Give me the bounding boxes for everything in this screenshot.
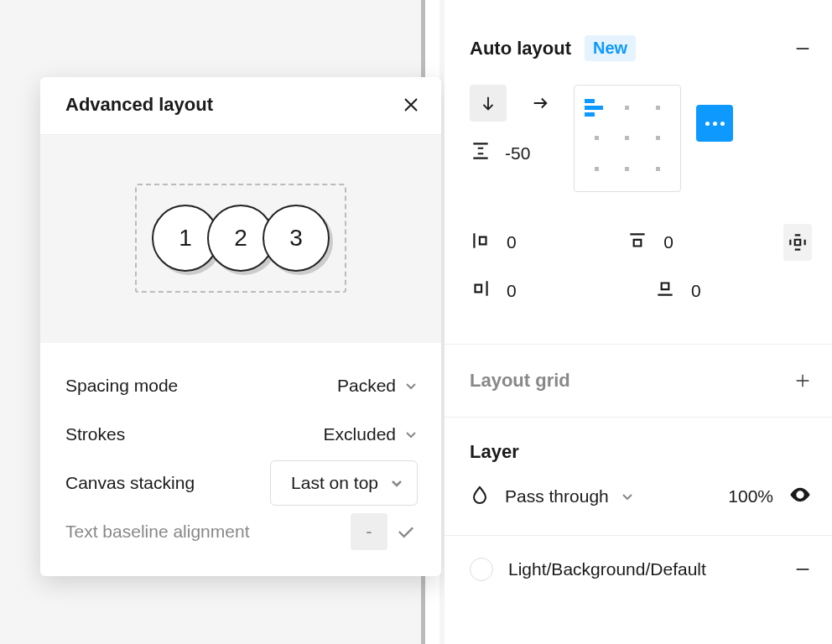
padding-top-field[interactable]: 0 <box>627 230 716 256</box>
remove-autolayout-button[interactable] <box>793 39 812 58</box>
canvas-stacking-row: Canvas stacking Last on top <box>65 459 418 507</box>
opacity-value[interactable]: 100% <box>728 486 773 506</box>
align-top-left-active <box>581 92 612 123</box>
canvas-stacking-value: Last on top <box>291 473 378 493</box>
fill-section: Light/Background/Default <box>445 536 832 606</box>
independent-padding-button[interactable] <box>783 224 812 261</box>
fill-style-name[interactable]: Light/Background/Default <box>508 559 706 579</box>
padding-bottom-value: 0 <box>691 281 701 301</box>
align-dot[interactable] <box>595 136 599 140</box>
detach-style-button[interactable] <box>793 560 812 579</box>
settings-list: Spacing mode Packed Strokes Excluded Can… <box>40 343 441 576</box>
baseline-label: Text baseline alignment <box>65 522 249 542</box>
padding-block: 0 0 0 0 <box>445 214 832 344</box>
strokes-label: Strokes <box>65 424 125 444</box>
canvas-stacking-label: Canvas stacking <box>65 473 195 493</box>
padding-right-field[interactable]: 0 <box>470 278 587 304</box>
align-dot[interactable] <box>625 136 629 140</box>
align-dot[interactable] <box>595 167 599 171</box>
layout-preview-frame: 1 2 3 <box>135 184 346 293</box>
padding-bottom-field[interactable]: 0 <box>654 278 772 304</box>
preview-circle-3: 3 <box>263 205 330 272</box>
baseline-off-button[interactable]: - <box>351 513 387 550</box>
inspector-panel: Auto layout New -50 <box>445 0 832 644</box>
direction-horizontal-button[interactable] <box>522 85 559 122</box>
popover-header: Advanced layout <box>40 77 441 135</box>
strokes-row[interactable]: Strokes Excluded <box>65 410 418 459</box>
align-dot[interactable] <box>656 136 660 140</box>
spacing-mode-label: Spacing mode <box>65 376 178 396</box>
add-layout-grid-button[interactable] <box>793 371 812 390</box>
spacing-icon <box>470 140 491 166</box>
chevron-down-icon <box>390 476 403 490</box>
direction-vertical-button[interactable] <box>470 85 507 122</box>
padding-bottom-icon <box>654 278 676 304</box>
spacing-mode-value: Packed <box>337 376 396 396</box>
align-dot[interactable] <box>625 106 629 110</box>
padding-top-value: 0 <box>663 232 673 252</box>
preview-area: 1 2 3 <box>40 135 441 343</box>
align-dot[interactable] <box>625 167 629 171</box>
check-icon[interactable] <box>394 520 418 543</box>
baseline-row: Text baseline alignment - <box>65 507 418 556</box>
align-dot[interactable] <box>656 167 660 171</box>
canvas-stacking-dropdown[interactable]: Last on top <box>270 460 418 506</box>
chevron-down-icon <box>404 428 418 441</box>
advanced-layout-more-button[interactable] <box>696 105 733 142</box>
layer-title: Layer <box>470 441 812 463</box>
padding-left-field[interactable]: 0 <box>470 230 559 256</box>
new-badge: New <box>585 35 636 61</box>
spacing-value: -50 <box>505 143 530 164</box>
padding-right-icon <box>470 278 491 304</box>
auto-layout-body: -50 <box>445 85 832 214</box>
popover-title: Advanced layout <box>65 94 213 116</box>
visibility-icon[interactable] <box>788 483 812 510</box>
layer-section: Layer Pass through 100% <box>445 418 832 535</box>
align-dot[interactable] <box>656 106 660 110</box>
fill-swatch[interactable] <box>470 558 493 581</box>
padding-right-value: 0 <box>507 281 517 301</box>
strokes-value: Excluded <box>324 424 396 444</box>
close-icon[interactable] <box>401 95 421 115</box>
spacing-mode-row[interactable]: Spacing mode Packed <box>65 361 418 410</box>
item-spacing-field[interactable]: -50 <box>470 140 559 166</box>
blend-mode-dropdown[interactable]: Pass through <box>505 486 634 506</box>
auto-layout-title: Auto layout <box>470 38 571 60</box>
auto-layout-header: Auto layout New <box>445 0 832 85</box>
alignment-grid[interactable] <box>574 85 681 192</box>
padding-left-value: 0 <box>507 232 517 252</box>
blend-mode-icon <box>470 485 490 508</box>
chevron-down-icon <box>621 490 634 503</box>
preview-circles: 1 2 3 <box>152 205 330 272</box>
chevron-down-icon <box>404 379 418 392</box>
padding-left-icon <box>470 230 491 256</box>
layout-grid-section: Layout grid <box>445 345 832 417</box>
advanced-layout-popover: Advanced layout 1 2 3 Spacing mode Packe… <box>40 77 441 576</box>
padding-top-icon <box>627 230 648 256</box>
layout-grid-title: Layout grid <box>470 370 570 392</box>
blend-mode-value: Pass through <box>505 486 609 506</box>
